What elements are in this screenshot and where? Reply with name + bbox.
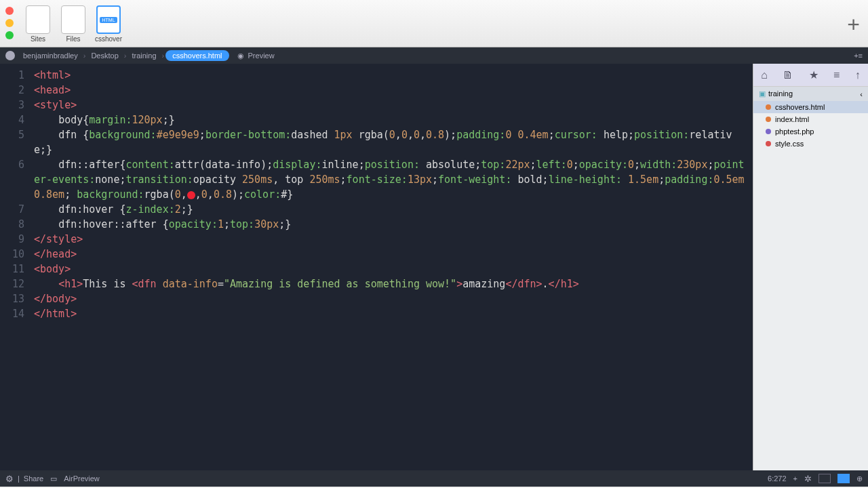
- tab-sites[interactable]: Sites: [22, 5, 54, 43]
- chevron-left-icon[interactable]: ‹: [860, 90, 863, 98]
- html-badge: HTML: [100, 17, 117, 23]
- file-type-icon: [766, 141, 771, 146]
- cursor-position: 6:272: [768, 474, 787, 483]
- preview-icon[interactable]: ◉: [237, 52, 244, 60]
- file-type-icon: [766, 104, 771, 110]
- tab-files[interactable]: Files: [57, 5, 90, 43]
- crumb-desktop[interactable]: Desktop: [87, 52, 122, 60]
- more-icon[interactable]: ⊕: [856, 474, 863, 483]
- file-name: phptest.php: [775, 127, 814, 136]
- file-name: csshovers.html: [775, 103, 825, 111]
- star-icon[interactable]: ★: [809, 68, 818, 81]
- list-icon[interactable]: ≡: [833, 69, 840, 81]
- window-controls: [5, 5, 14, 39]
- add-split-icon[interactable]: +≡: [854, 52, 863, 60]
- layout-left-icon[interactable]: [818, 474, 831, 483]
- crumb-file[interactable]: csshovers.html: [165, 50, 229, 61]
- folder-icon: ▣: [759, 89, 766, 98]
- gear-icon[interactable]: ✲: [804, 474, 812, 484]
- file-name: style.css: [775, 140, 804, 148]
- file-style[interactable]: style.css: [753, 138, 868, 150]
- minimize-icon[interactable]: [5, 19, 14, 27]
- close-icon[interactable]: [5, 7, 14, 15]
- file-name: index.html: [775, 115, 809, 123]
- airpreview-button[interactable]: AirPreview: [64, 474, 100, 483]
- tab-csshover-label: csshover: [95, 35, 122, 43]
- layout-right-icon[interactable]: [837, 474, 850, 483]
- zoom-icon[interactable]: [5, 31, 14, 39]
- tab-csshover[interactable]: HTML csshover: [92, 5, 125, 43]
- sep: |: [18, 474, 20, 483]
- code-area[interactable]: <html> <head> <style> body{margin:120px;…: [31, 64, 753, 470]
- status-bar: ⚙ | Share ▭ AirPreview 6:272 + ✲ ⊕: [0, 470, 868, 487]
- side-toolbar: ⌂ 🗎 ★ ≡ ↑: [753, 64, 868, 87]
- settings-icon[interactable]: ⚙: [5, 474, 14, 484]
- file-type-icon: [766, 129, 771, 134]
- folder-header[interactable]: ▣training ‹: [753, 87, 868, 101]
- side-panel: ⌂ 🗎 ★ ≡ ↑ ▣training ‹ csshovers.html ind…: [753, 64, 868, 470]
- workspace: 1 2 3 4 5 6 7 8 9 10 11 12 13 14 <html> …: [0, 64, 868, 470]
- file-type-icon: [766, 117, 771, 122]
- tab-sites-label: Sites: [31, 35, 45, 43]
- tab-files-label: Files: [66, 35, 80, 43]
- crumb-training[interactable]: training: [127, 52, 160, 60]
- line-gutter: 1 2 3 4 5 6 7 8 9 10 11 12 13 14: [0, 64, 31, 470]
- publish-icon[interactable]: ↑: [855, 69, 861, 81]
- files-icon[interactable]: 🗎: [783, 69, 793, 81]
- preview-label[interactable]: Preview: [244, 52, 279, 60]
- home-icon[interactable]: ⌂: [761, 69, 768, 81]
- breadcrumb-bar: benjaminbradley Desktop training csshove…: [0, 47, 868, 64]
- share-button[interactable]: Share: [24, 474, 43, 483]
- cursor-marker-icon: [187, 191, 195, 199]
- nav-back-icon[interactable]: [5, 51, 15, 60]
- file-index[interactable]: index.html: [753, 113, 868, 125]
- new-tab-button[interactable]: +: [847, 12, 860, 37]
- folder-name: training: [768, 89, 793, 98]
- code-editor[interactable]: 1 2 3 4 5 6 7 8 9 10 11 12 13 14 <html> …: [0, 64, 753, 470]
- titlebar: Sites Files HTML csshover +: [0, 0, 868, 47]
- file-phptest[interactable]: phptest.php: [753, 125, 868, 138]
- file-csshovers[interactable]: csshovers.html: [753, 101, 868, 113]
- file-list: csshovers.html index.html phptest.php st…: [753, 101, 868, 150]
- crumb-user[interactable]: benjaminbradley: [19, 52, 82, 60]
- add-icon[interactable]: +: [793, 474, 797, 483]
